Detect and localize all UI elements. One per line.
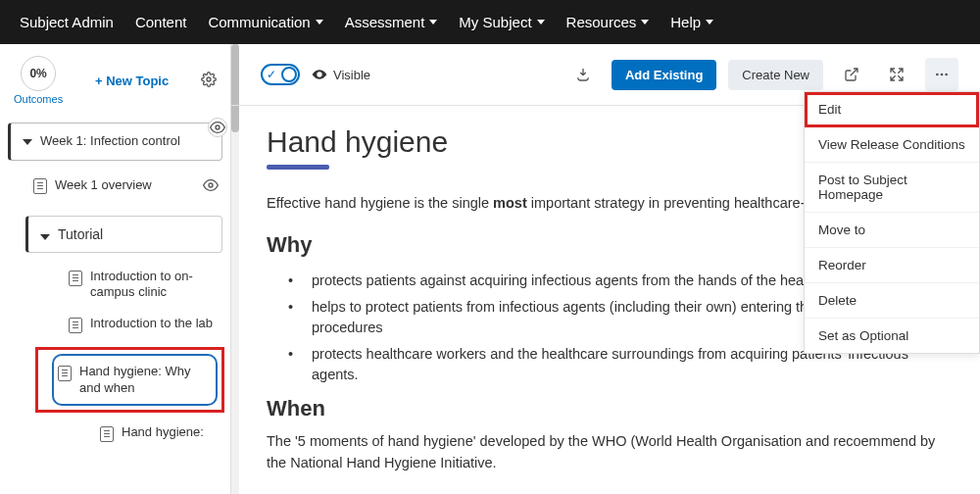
download-icon[interactable] bbox=[566, 58, 600, 91]
toggle-knob bbox=[281, 67, 297, 82]
scrollbar[interactable] bbox=[231, 44, 239, 494]
chevron-down-icon bbox=[429, 20, 437, 25]
module-title: Week 1: Infection control bbox=[40, 133, 180, 150]
document-icon bbox=[100, 426, 114, 442]
content-pane: ✓ Visible Add Existing Create New bbox=[231, 44, 980, 494]
overview-label: Week 1 overview bbox=[55, 177, 152, 192]
menu-view-release-conditions[interactable]: View Release Conditions bbox=[805, 127, 979, 163]
sidebar-item-hand-hygiene-why[interactable]: Hand hygiene: Why and when bbox=[52, 354, 218, 406]
visibility-label: Visible bbox=[312, 67, 370, 82]
document-icon bbox=[69, 318, 82, 333]
sidebar-item-intro-clinic[interactable]: Introduction to on-campus clinic bbox=[65, 261, 224, 309]
more-actions-button[interactable] bbox=[925, 58, 958, 91]
sidebar-item-intro-lab[interactable]: Introduction to the lab bbox=[65, 308, 224, 341]
menu-delete[interactable]: Delete bbox=[805, 283, 979, 319]
module-week1[interactable]: Week 1: Infection control bbox=[8, 123, 222, 161]
nav-content[interactable]: Content bbox=[135, 14, 187, 30]
title-underline bbox=[267, 165, 329, 170]
document-icon bbox=[69, 271, 82, 286]
main-area: 0% Outcomes + New Topic Week 1: Infectio… bbox=[0, 44, 980, 494]
sidebar: 0% Outcomes + New Topic Week 1: Infectio… bbox=[0, 44, 231, 494]
more-actions-menu: Edit View Release Conditions Post to Sub… bbox=[804, 91, 980, 354]
when-paragraph: The '5 moments of hand hygiene' develope… bbox=[267, 431, 945, 474]
nav-subject-admin[interactable]: Subject Admin bbox=[20, 14, 114, 30]
document-icon bbox=[58, 366, 72, 381]
add-existing-button[interactable]: Add Existing bbox=[612, 60, 716, 90]
chevron-down-icon bbox=[537, 20, 545, 25]
svg-point-3 bbox=[936, 74, 939, 76]
heading-when: When bbox=[267, 396, 945, 421]
fullscreen-icon[interactable] bbox=[880, 58, 913, 91]
document-icon bbox=[33, 178, 47, 194]
check-icon: ✓ bbox=[267, 68, 276, 81]
sidebar-item-overview[interactable]: Week 1 overview bbox=[27, 169, 224, 202]
module-tutorial[interactable]: Tutorial bbox=[25, 216, 222, 253]
svg-point-1 bbox=[216, 125, 220, 129]
visibility-icon[interactable] bbox=[208, 118, 227, 137]
outcomes-label: Outcomes bbox=[14, 93, 63, 105]
top-nav: Subject Admin Content Communication Asse… bbox=[0, 0, 980, 44]
outcomes-row: 0% Outcomes + New Topic bbox=[6, 52, 224, 115]
menu-set-optional[interactable]: Set as Optional bbox=[805, 319, 979, 353]
chevron-down-icon bbox=[706, 20, 713, 25]
svg-point-4 bbox=[941, 74, 944, 76]
menu-move-to[interactable]: Move to bbox=[805, 213, 979, 248]
gear-icon[interactable] bbox=[201, 72, 217, 90]
collapse-icon bbox=[40, 234, 50, 240]
nav-my-subject[interactable]: My Subject bbox=[459, 14, 544, 30]
tutorial-label: Tutorial bbox=[58, 226, 103, 242]
visibility-icon[interactable] bbox=[203, 177, 219, 193]
visibility-toggle[interactable]: ✓ bbox=[261, 64, 300, 85]
chevron-down-icon bbox=[641, 20, 649, 25]
nav-communication[interactable]: Communication bbox=[208, 14, 322, 30]
nav-help[interactable]: Help bbox=[670, 14, 713, 30]
svg-point-5 bbox=[945, 74, 948, 76]
create-new-button[interactable]: Create New bbox=[728, 60, 823, 90]
nav-resources[interactable]: Resources bbox=[566, 14, 650, 30]
svg-point-0 bbox=[207, 77, 211, 81]
annotation-highlight: Hand hygiene: Why and when bbox=[35, 347, 224, 413]
new-topic-button[interactable]: + New Topic bbox=[95, 74, 169, 88]
menu-edit[interactable]: Edit bbox=[805, 92, 979, 127]
open-new-window-icon[interactable] bbox=[835, 58, 868, 91]
svg-point-2 bbox=[209, 183, 213, 187]
collapse-icon bbox=[23, 139, 32, 145]
menu-reorder[interactable]: Reorder bbox=[805, 248, 979, 283]
content-toolbar: ✓ Visible Add Existing Create New bbox=[231, 44, 980, 106]
chevron-down-icon bbox=[316, 20, 323, 25]
sidebar-item-hand-hygiene-2[interactable]: Hand hygiene: bbox=[96, 417, 224, 450]
eye-icon bbox=[312, 67, 327, 82]
outcomes-badge[interactable]: 0% Outcomes bbox=[14, 56, 63, 105]
menu-post-homepage[interactable]: Post to Subject Homepage bbox=[805, 163, 979, 213]
nav-assessment[interactable]: Assessment bbox=[345, 14, 438, 30]
outcomes-percent: 0% bbox=[21, 56, 56, 91]
